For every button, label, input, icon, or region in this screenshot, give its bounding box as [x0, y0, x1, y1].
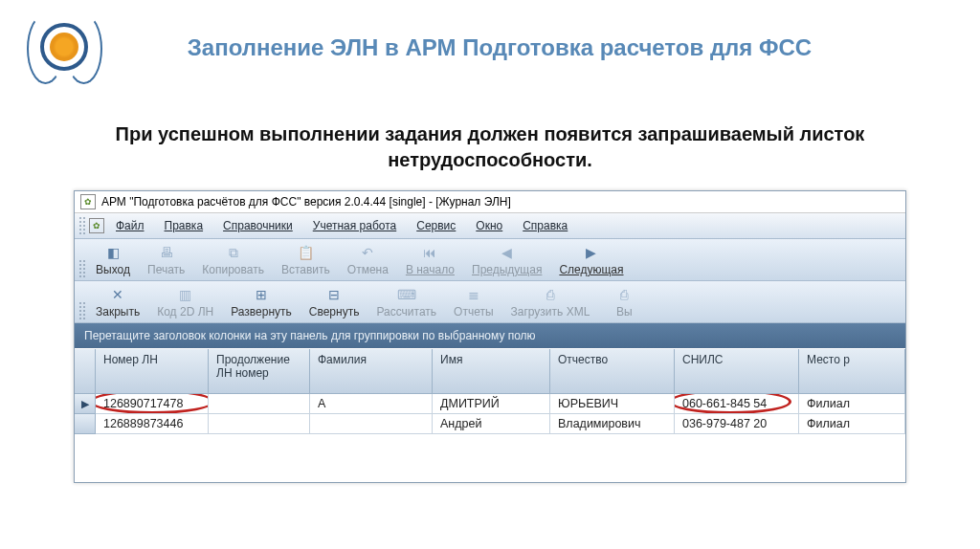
- arm-window: ✿ АРМ "Подготовка расчётов для ФСС" верс…: [74, 190, 906, 483]
- expand-icon: ⊞: [252, 285, 271, 304]
- grouping-hint[interactable]: Перетащите заголовок колонки на эту пане…: [75, 323, 905, 348]
- prev-icon: ◀: [498, 243, 517, 262]
- cell-place: Филиал: [799, 394, 905, 414]
- calc-icon: ⌨: [397, 285, 416, 304]
- toolbar-2: ✕Закрыть ▥Код 2D ЛН ⊞Развернуть ⊟Свернут…: [75, 281, 905, 323]
- slide-title: Заполнение ЭЛН в АРМ Подготовка расчетов…: [120, 34, 951, 61]
- col-name[interactable]: Имя: [433, 349, 550, 394]
- btn-close[interactable]: ✕Закрыть: [88, 283, 147, 320]
- cell-fam: [310, 414, 433, 434]
- cell-ln: 126889873446: [96, 414, 209, 434]
- menu-window[interactable]: Окно: [467, 217, 511, 234]
- cell-snils: 036-979-487 20: [675, 414, 799, 434]
- cell-fam: А: [310, 394, 433, 414]
- cell-name: Андрей: [433, 414, 550, 434]
- btn-print[interactable]: 🖶Печать: [140, 241, 192, 278]
- grid-empty-area: [75, 434, 905, 482]
- exit-icon: ◧: [103, 243, 122, 262]
- menu-help[interactable]: Справка: [514, 217, 576, 234]
- menu-file[interactable]: Файл: [107, 217, 153, 234]
- undo-icon: ↶: [358, 243, 377, 262]
- grip-icon: [78, 259, 86, 278]
- grid-header: Номер ЛН Продолжение ЛН номер Фамилия Им…: [75, 348, 905, 394]
- cell-snils: 060-661-845 54: [675, 394, 799, 414]
- btn-vy[interactable]: ⎙Вы: [599, 283, 649, 320]
- cell-cont: [209, 394, 310, 414]
- btn-next[interactable]: ▶Следующая: [551, 241, 631, 278]
- barcode-icon: ▥: [176, 285, 195, 304]
- btn-undo[interactable]: ↶Отмена: [340, 241, 396, 278]
- row-selector-header[interactable]: [75, 349, 96, 394]
- print-icon: 🖶: [157, 243, 176, 262]
- btn-loadxml[interactable]: ⎙Загрузить XML: [503, 283, 598, 320]
- col-place[interactable]: Место р: [799, 349, 905, 394]
- close-icon: ✕: [108, 285, 127, 304]
- window-title: АРМ "Подготовка расчётов для ФСС" версия…: [101, 195, 511, 209]
- reports-icon: ≣: [464, 285, 483, 304]
- app-icon: ✿: [80, 194, 96, 209]
- col-pat[interactable]: Отчество: [550, 349, 675, 394]
- col-fam[interactable]: Фамилия: [310, 349, 433, 394]
- btn-copy[interactable]: ⧉Копировать: [194, 241, 272, 278]
- paste-icon: 📋: [296, 243, 315, 262]
- table-row[interactable]: 126889873446 Андрей Владимирович 036-979…: [75, 414, 905, 434]
- cell-place: Филиал: [799, 414, 905, 434]
- cell-ln: 126890717478: [96, 394, 209, 414]
- titlebar: ✿ АРМ "Подготовка расчётов для ФСС" верс…: [75, 191, 905, 213]
- menu-accounting[interactable]: Учетная работа: [304, 217, 405, 234]
- first-icon: ⏮: [420, 243, 439, 262]
- col-cont[interactable]: Продолжение ЛН номер: [209, 349, 310, 394]
- cell-pat: ЮРЬЕВИЧ: [550, 394, 675, 414]
- btn-exit[interactable]: ◧Выход: [88, 241, 138, 278]
- btn-calc[interactable]: ⌨Рассчитать: [368, 283, 444, 320]
- btn-prev[interactable]: ◀Предыдущая: [464, 241, 549, 278]
- btn-kod2d[interactable]: ▥Код 2D ЛН: [149, 283, 221, 320]
- menu-catalogs[interactable]: Справочники: [214, 217, 301, 234]
- col-snils[interactable]: СНИЛС: [675, 349, 799, 394]
- col-ln[interactable]: Номер ЛН: [96, 349, 209, 394]
- cell-name: ДМИТРИЙ: [433, 394, 550, 414]
- grip-icon: [78, 301, 86, 320]
- btn-first[interactable]: ⏮В начало: [398, 241, 462, 278]
- btn-expand[interactable]: ⊞Развернуть: [223, 283, 300, 320]
- btn-paste[interactable]: 📋Вставить: [274, 241, 338, 278]
- misc-icon: ⎙: [614, 285, 634, 304]
- copy-icon: ⧉: [224, 243, 243, 262]
- menu-service[interactable]: Сервис: [408, 217, 464, 234]
- fss-logo: [29, 11, 100, 83]
- cell-pat: Владимирович: [550, 414, 675, 434]
- btn-reports[interactable]: ≣Отчеты: [446, 283, 501, 320]
- menubar: ✿ Файл Правка Справочники Учетная работа…: [75, 213, 905, 239]
- row-indicator-icon: [75, 414, 96, 434]
- xml-icon: ⎙: [541, 285, 560, 304]
- menu-app-icon: ✿: [89, 218, 104, 233]
- table-row[interactable]: ▶ 126890717478 А ДМИТРИЙ ЮРЬЕВИЧ 060-661…: [75, 394, 905, 414]
- btn-collapse[interactable]: ⊟Свернуть: [301, 283, 368, 320]
- toolbar-1: ◧Выход 🖶Печать ⧉Копировать 📋Вставить ↶От…: [75, 239, 905, 281]
- slide-caption: При успешном выполнении задания должен п…: [0, 95, 980, 190]
- menu-edit[interactable]: Правка: [156, 217, 212, 234]
- next-icon: ▶: [582, 243, 601, 262]
- row-indicator-icon: ▶: [75, 394, 96, 414]
- cell-cont: [209, 414, 310, 434]
- grip-icon: [78, 216, 86, 235]
- collapse-icon: ⊟: [324, 285, 344, 304]
